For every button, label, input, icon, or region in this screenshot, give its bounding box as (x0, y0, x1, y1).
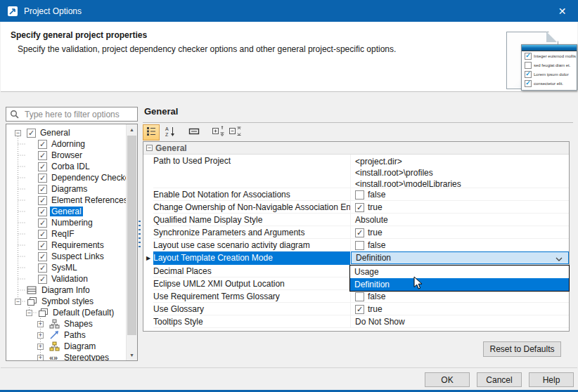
tree-checkbox-icon[interactable]: ✓ (27, 129, 36, 138)
filter-input[interactable] (23, 109, 137, 120)
property-name[interactable]: Decimal Places (153, 265, 350, 277)
tree-scrollbar[interactable]: ▲ ▼ (126, 124, 137, 360)
property-value[interactable]: Do Not Show (350, 315, 569, 328)
tree-item-adorning[interactable]: ✓Adorning (6, 138, 86, 150)
show-description-button[interactable] (186, 124, 203, 141)
property-row-change-ownership-of-non-navigable-association-end[interactable]: Change Ownership of Non-Navigable Associ… (143, 201, 569, 214)
tree-checkbox-icon[interactable]: ✓ (38, 263, 47, 273)
categorized-view-button[interactable] (143, 124, 160, 141)
checked-checkbox-icon[interactable]: ✓ (355, 305, 364, 314)
property-name[interactable]: Layout Template Creation Mode (153, 251, 350, 265)
scroll-down-icon[interactable]: ▼ (127, 350, 137, 360)
collapse-expander-icon[interactable]: − (15, 130, 21, 136)
tree-item-general[interactable]: ✓General (6, 206, 83, 217)
property-name[interactable]: Tooltips Style (153, 315, 350, 328)
panel-splitter[interactable] (139, 221, 141, 250)
unchecked-checkbox-icon[interactable] (355, 241, 364, 250)
property-value[interactable]: false (350, 188, 569, 201)
tree-item-label[interactable]: Symbol styles (40, 296, 95, 306)
tree-item-label[interactable]: Default (Default) (51, 308, 115, 318)
tree-item-label[interactable]: Requirements (50, 240, 105, 250)
checked-checkbox-icon[interactable]: ✓ (355, 203, 364, 212)
property-value[interactable]: Absolute (350, 214, 569, 226)
tree-item-label[interactable]: Stereotypes (63, 353, 110, 361)
checked-checkbox-icon[interactable]: ✓ (355, 228, 364, 237)
tree-item-label[interactable]: Suspect Links (50, 251, 105, 261)
tree-item-label[interactable]: Diagram (63, 341, 97, 351)
tree-item-default-default[interactable]: −Default (Default) (6, 307, 115, 318)
tree-checkbox-icon[interactable]: ✓ (38, 162, 47, 171)
tree-item-diagrams[interactable]: ✓Diagrams (6, 183, 89, 195)
expand-expander-icon[interactable]: + (37, 355, 44, 361)
tree-checkbox-icon[interactable]: ✓ (38, 174, 47, 183)
tree-checkbox-icon[interactable]: ✓ (38, 151, 47, 160)
property-name[interactable]: Synchronize Parameters and Arguments (153, 226, 350, 239)
tree-item-label[interactable]: ReqIF (50, 229, 76, 239)
tree-item-label[interactable]: Shapes (63, 319, 94, 329)
property-name[interactable]: Eclipse UML2 XMI Output Location (153, 277, 350, 290)
tree-item-element-references[interactable]: ✓Element References (6, 195, 129, 206)
expand-expander-icon[interactable]: + (37, 321, 44, 327)
help-button[interactable]: Help (529, 372, 574, 387)
tree-item-label[interactable]: Numbering (50, 218, 94, 228)
tree-item-numbering[interactable]: ✓Numbering (6, 217, 94, 228)
close-button[interactable]: ✕ (546, 0, 578, 22)
tree-item-label[interactable]: Validation (50, 274, 89, 284)
property-row-enable-dot-notation-for-associations[interactable]: Enable Dot Notation for Associationsfals… (143, 188, 569, 201)
property-row-layout-use-case-scenario-activity-diagram[interactable]: Layout use case scenario activity diagra… (143, 239, 569, 251)
reset-to-defaults-button[interactable]: Reset to Defaults (483, 341, 561, 357)
property-value[interactable]: ✓true (350, 303, 569, 315)
tree-checkbox-icon[interactable]: ✓ (38, 140, 47, 149)
tree-item-dependency-checker[interactable]: ✓Dependency Checker (6, 172, 134, 183)
tree-checkbox-icon[interactable]: ✓ (38, 218, 47, 228)
unchecked-checkbox-icon[interactable] (355, 292, 364, 301)
property-row-qualified-name-display-style[interactable]: Qualified Name Display StyleAbsolute (143, 214, 569, 226)
chevron-down-icon[interactable] (555, 257, 563, 261)
scrollbar-thumb[interactable] (127, 136, 136, 335)
tree-item-diagram-info[interactable]: Diagram Info (6, 285, 91, 296)
tree-item-suspect-links[interactable]: ✓Suspect Links (6, 251, 105, 262)
tree-item-label[interactable]: Element References (50, 195, 129, 205)
property-name[interactable]: Layout use case scenario activity diagra… (153, 239, 350, 251)
tree-checkbox-icon[interactable]: ✓ (38, 196, 47, 205)
tree-item-requirements[interactable]: ✓Requirements (6, 240, 105, 251)
property-value[interactable]: Definition (350, 251, 569, 265)
sort-alphabetically-button[interactable]: AZ (162, 124, 179, 141)
property-name[interactable]: Enable Dot Notation for Associations (153, 188, 350, 201)
tree-item-shapes[interactable]: +Shapes (6, 318, 94, 329)
property-value[interactable]: ✓true (350, 226, 569, 239)
tree-checkbox-icon[interactable]: ✓ (38, 207, 47, 216)
tree-item-paths[interactable]: +Paths (6, 329, 87, 341)
property-value[interactable]: false (350, 239, 569, 251)
tree-item-symbol-styles[interactable]: −Symbol styles (6, 296, 95, 307)
tree-item-label[interactable]: Diagrams (50, 184, 89, 194)
unchecked-checkbox-icon[interactable] (355, 190, 364, 200)
tree-item-label[interactable]: Diagram Info (40, 285, 91, 295)
property-value[interactable]: ✓true (350, 201, 569, 214)
property-row-path-to-used-project[interactable]: Path to Used Project<project.dir><instal… (143, 155, 569, 188)
dropdown-option-usage[interactable]: Usage (350, 266, 569, 278)
tree-checkbox-icon[interactable]: ✓ (38, 185, 47, 194)
tree-item-corba-idl[interactable]: ✓Corba IDL (6, 161, 91, 172)
property-name[interactable]: Qualified Name Display Style (153, 214, 350, 226)
tree-item-reqif[interactable]: ✓ReqIF (6, 228, 76, 240)
group-header-general[interactable]: −General (143, 142, 569, 155)
tree-checkbox-icon[interactable]: ✓ (38, 241, 47, 250)
tree-item-label[interactable]: General (50, 207, 83, 216)
tree-item-label[interactable]: Corba IDL (50, 162, 91, 171)
tree-item-label[interactable]: Dependency Checker (50, 173, 134, 183)
property-row-use-glossary[interactable]: Use Glossary✓true (143, 303, 569, 315)
tree-checkbox-icon[interactable]: ✓ (38, 230, 47, 239)
expand-expander-icon[interactable]: + (37, 332, 44, 339)
tree-checkbox-icon[interactable]: ✓ (38, 252, 47, 261)
tree-checkbox-icon[interactable]: ✓ (38, 275, 47, 284)
combo-editor[interactable]: Definition (351, 251, 569, 264)
group-collapse-icon[interactable]: − (146, 145, 153, 151)
tree-item-validation[interactable]: ✓Validation (6, 273, 89, 285)
tree-item-label[interactable]: General (39, 128, 72, 138)
property-row-tooltips-style[interactable]: Tooltips StyleDo Not Show (143, 315, 569, 328)
tree-item-browser[interactable]: ✓Browser (6, 150, 84, 161)
property-name[interactable]: Change Ownership of Non-Navigable Associ… (153, 201, 350, 214)
scroll-up-icon[interactable]: ▲ (127, 124, 137, 135)
property-name[interactable]: Path to Used Project (153, 155, 350, 188)
